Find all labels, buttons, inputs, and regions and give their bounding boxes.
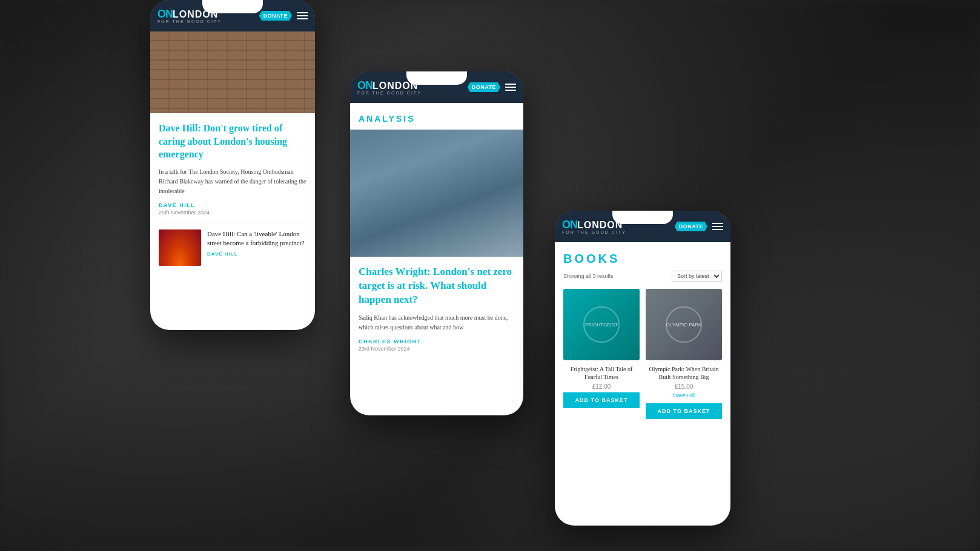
phone-1-hero <box>150 31 315 113</box>
phone-2-content: ANALYSIS Charles Wright: London's net ze… <box>350 103 523 368</box>
phone-1-date: 25th November 2024 <box>159 210 306 216</box>
hamburger-menu-1[interactable] <box>297 12 308 19</box>
donate-badge-1[interactable]: DONATE <box>259 11 292 21</box>
sort-select[interactable]: Sort by latest <box>672 271 722 282</box>
related-content-1: Dave Hill: Can a 'liveable' London stree… <box>207 229 306 257</box>
book-price-1: £12.00 <box>592 383 611 390</box>
hamburger-menu-2[interactable] <box>505 84 516 91</box>
phone-3-notch <box>612 211 673 224</box>
logo-on-3: ON <box>562 219 577 231</box>
phone-1-article-excerpt: In a talk for The London Society, Housin… <box>159 167 306 196</box>
books-meta: Showing all 3 results Sort by latest <box>563 271 722 282</box>
phone-3: ONLONDON FOR THE GOOD CITY DONATE BOOKS … <box>555 211 730 526</box>
logo-tagline-1: FOR THE GOOD CITY <box>157 19 222 24</box>
phone-1-article-title: Dave Hill: Don't grow tired of caring ab… <box>159 122 306 161</box>
related-thumb-1 <box>159 229 201 266</box>
phone-1-related: Dave Hill: Can a 'liveable' London stree… <box>159 223 306 266</box>
phone-2-hero <box>350 130 523 257</box>
books-count: Showing all 3 results <box>563 273 614 279</box>
donate-badge-3[interactable]: DONATE <box>675 222 707 231</box>
phone-2-author: CHARLES WRIGHT <box>359 338 515 345</box>
book-price-2: £15.00 <box>675 383 694 390</box>
hamburger-menu-3[interactable] <box>712 223 723 230</box>
phone-2-notch <box>406 71 467 85</box>
book-title-2: Olympic Park: When Britain Built Somethi… <box>646 365 722 381</box>
related-title-1[interactable]: Dave Hill: Can a 'liveable' London stree… <box>207 229 306 248</box>
phone-2-article-excerpt: Sadiq Khan has acknowledged that much mo… <box>359 313 515 332</box>
phone-2-date: 23rd November 2024 <box>359 346 515 352</box>
logo-on-1: ON <box>157 8 173 20</box>
logo-tagline-3: FOR THE GOOD CITY <box>562 230 626 234</box>
book-cover-1: FRIGHTGEIST <box>563 289 640 360</box>
phone-2-article-title: Charles Wright: London's net zero target… <box>359 265 515 307</box>
logo-tagline-2: FOR THE GOOD CITY <box>357 91 422 95</box>
book-card-1: FRIGHTGEIST Frightgeist: A Tall Tale of … <box>563 289 640 419</box>
related-author-1: DAVE HILL <box>207 251 306 257</box>
book-card-2: OLYMPIC PARK Olympic Park: When Britain … <box>646 289 722 419</box>
add-to-basket-button-1[interactable]: ADD TO BASKET <box>563 392 640 408</box>
book-title-1: Frightgeist: A Tall Tale of Fearful Time… <box>563 365 640 381</box>
book-cover-2: OLYMPIC PARK <box>646 289 722 360</box>
add-to-basket-button-2[interactable]: ADD TO BASKET <box>646 403 722 419</box>
phone-3-content: BOOKS Showing all 3 results Sort by late… <box>555 242 730 427</box>
phone-1: ONLONDON FOR THE GOOD CITY DONATE Dave H… <box>150 0 315 330</box>
phone-2: ONLONDON FOR THE GOOD CITY DONATE ANALYS… <box>350 71 523 415</box>
phone-1-notch <box>202 0 263 13</box>
phone-2-section-label: ANALYSIS <box>359 114 515 124</box>
donate-badge-2[interactable]: DONATE <box>468 82 500 92</box>
phone-1-author: DAVE HILL <box>159 202 306 208</box>
books-section-label: BOOKS <box>563 252 722 266</box>
books-grid: FRIGHTGEIST Frightgeist: A Tall Tale of … <box>563 289 722 419</box>
book-author-2: Dave Hill <box>673 392 695 398</box>
phone-1-content: Dave Hill: Don't grow tired of caring ab… <box>150 113 315 274</box>
logo-on-2: ON <box>357 79 372 91</box>
